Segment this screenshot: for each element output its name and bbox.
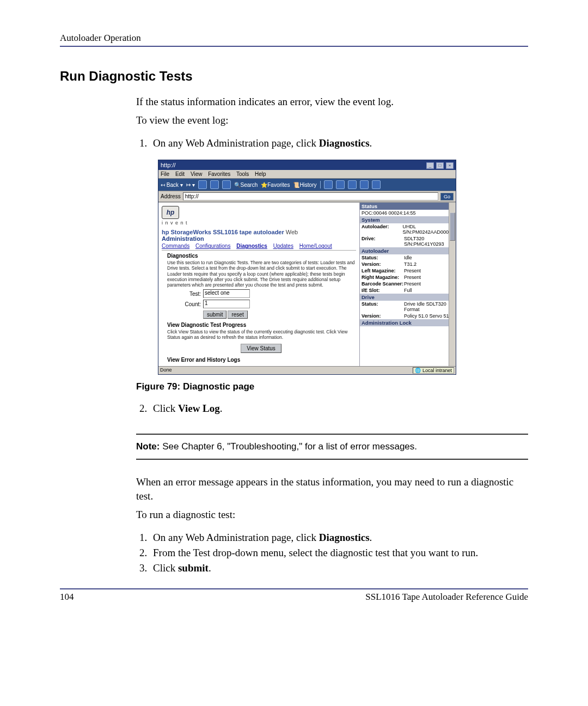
history-button[interactable]: 📜History: [293, 182, 316, 188]
toolbar[interactable]: ↤ Back ▾ ↦ ▾ 🔍Search ⭐Favorites 📜History: [158, 179, 456, 191]
leftmag-val: Present: [404, 268, 454, 273]
title-bar: http:// _ □ ×: [158, 160, 456, 170]
figure-caption: Figure 79: Diagnostic page: [136, 381, 528, 392]
autoloader-section: Autoloader: [360, 247, 456, 254]
note-block: Note: See Chapter 6, "Troubleshooting," …: [136, 441, 528, 452]
print-icon[interactable]: [336, 180, 345, 189]
list-item-text: Click: [153, 403, 178, 414]
list-item-text: Click: [153, 562, 178, 574]
menu-bar[interactable]: File Edit View Favorites Tools Help: [158, 170, 456, 179]
list-item: From the Test drop-down menu, select the…: [150, 547, 528, 559]
list-item-strong: View Log: [178, 403, 220, 414]
stop-icon[interactable]: [198, 180, 207, 189]
d-status-val: Drive Idle SDLT320 Format: [404, 301, 454, 312]
count-label: Count:: [167, 301, 201, 307]
window-controls[interactable]: _ □ ×: [426, 161, 454, 169]
autoloader-key: Autoloader:: [362, 224, 402, 235]
reset-button[interactable]: reset: [228, 311, 247, 319]
submit-button[interactable]: submit: [203, 311, 226, 319]
list-item-tail: .: [370, 137, 372, 149]
page-content: hp i n v e n t hp StorageWorks SSL1016 t…: [158, 203, 360, 366]
progress-heading: View Diagnostic Test Progress: [167, 322, 355, 328]
test-label: Test:: [167, 291, 201, 297]
app-title-sub: Web: [284, 229, 298, 235]
statusbar-zone-label: Local intranet: [422, 368, 452, 373]
progress-description: Click View Status to view the status of …: [167, 329, 355, 340]
al-version-val: T31.2: [404, 261, 454, 267]
section-title: Run Diagnostic Tests: [60, 69, 528, 84]
list-item: Click submit.: [150, 562, 528, 574]
maximize-icon[interactable]: □: [436, 162, 444, 169]
status-title: Status: [360, 203, 456, 210]
run-paragraph: To run a diagnostic test:: [136, 508, 528, 522]
status-poc: POC:00046 00024:14:55: [360, 210, 456, 216]
error-paragraph: When an error message appears in the sta…: [136, 475, 528, 503]
rightmag-key: Right Magazine:: [362, 275, 404, 280]
edit-icon[interactable]: [348, 180, 357, 189]
nav-diagnostics[interactable]: Diagnostics: [236, 243, 267, 249]
menu-tools[interactable]: Tools: [236, 171, 249, 177]
al-status-key: Status:: [362, 255, 404, 260]
scrollbar-thumb[interactable]: [450, 212, 455, 241]
app-title-main: hp StorageWorks SSL1016 tape autoloader: [162, 229, 284, 235]
history-label: History: [299, 182, 316, 188]
nav-links: Commands Configurations Diagnostics Upda…: [162, 243, 356, 251]
menu-edit[interactable]: Edit: [175, 171, 185, 177]
statusbar-zone: 🌐 Local intranet: [413, 367, 454, 374]
address-label: Address: [161, 193, 181, 199]
footer-doc-title: SSL1016 Tape Autoloader Reference Guide: [365, 592, 528, 602]
discuss-icon[interactable]: [360, 180, 369, 189]
drive-section: Drive: [360, 294, 456, 301]
al-version-key: Version:: [362, 261, 404, 267]
address-bar: Address http:// Go: [158, 191, 456, 202]
nav-updates[interactable]: Updates: [273, 243, 293, 249]
count-input[interactable]: 1: [203, 300, 250, 308]
list-item: On any Web Administration page, click Di…: [150, 137, 528, 149]
forward-button[interactable]: ↦ ▾: [186, 182, 195, 188]
search-button[interactable]: 🔍Search: [234, 182, 258, 188]
favorites-button[interactable]: ⭐Favorites: [261, 182, 290, 188]
error-history-heading: View Error and History Logs: [167, 357, 355, 363]
nav-home-logout[interactable]: Home/Logout: [299, 243, 332, 249]
home-icon[interactable]: [222, 180, 231, 189]
rightmag-val: Present: [404, 275, 454, 280]
intro-paragraph-1: If the status information indicates an e…: [136, 95, 528, 109]
scrollbar[interactable]: [449, 203, 456, 366]
al-status-val: Idle: [404, 255, 454, 260]
statusbar-left: Done: [160, 367, 172, 374]
back-button[interactable]: ↤ Back ▾: [161, 182, 183, 188]
ieslot-val: Full: [404, 288, 454, 293]
test-select[interactable]: select one: [203, 289, 250, 298]
note-rule-top: [136, 434, 528, 435]
menu-help[interactable]: Help: [255, 171, 266, 177]
view-status-button[interactable]: View Status: [241, 344, 281, 353]
menu-view[interactable]: View: [191, 171, 203, 177]
mail-icon[interactable]: [324, 180, 333, 189]
list-item-tail: .: [220, 403, 223, 414]
menu-file[interactable]: File: [161, 171, 169, 177]
minimize-icon[interactable]: _: [426, 162, 434, 169]
refresh-icon[interactable]: [210, 180, 219, 189]
address-input[interactable]: http://: [183, 192, 438, 200]
go-button[interactable]: Go: [440, 193, 454, 200]
autoloader-val: UHDL S/N:PM0242AAD00023: [402, 224, 454, 235]
note-rule-bottom: [136, 459, 528, 460]
list-item: Click View Log.: [150, 403, 528, 415]
close-icon[interactable]: ×: [446, 162, 454, 169]
d-version-key: Version:: [362, 313, 404, 319]
nav-configurations[interactable]: Configurations: [195, 243, 230, 249]
favorites-label: Favorites: [267, 182, 290, 188]
leftmag-key: Left Magazine:: [362, 268, 404, 273]
system-section: System: [360, 216, 456, 223]
messenger-icon[interactable]: [372, 180, 381, 189]
diagnostics-description: Use this section to run Diagnostic Tests…: [167, 260, 355, 288]
nav-commands[interactable]: Commands: [162, 243, 189, 249]
invent-label: i n v e n t: [162, 220, 356, 226]
menu-favorites[interactable]: Favorites: [208, 171, 230, 177]
toolbar-divider: [320, 181, 321, 188]
d-version-val: Policy 51.0 Servo 51.0: [404, 313, 454, 319]
run-diagnostic-list: On any Web Administration page, click Di…: [150, 532, 528, 574]
app-title: hp StorageWorks SSL1016 tape autoloader …: [162, 229, 356, 235]
list-item-tail: .: [370, 532, 372, 543]
footer-page-number: 104: [60, 592, 74, 602]
